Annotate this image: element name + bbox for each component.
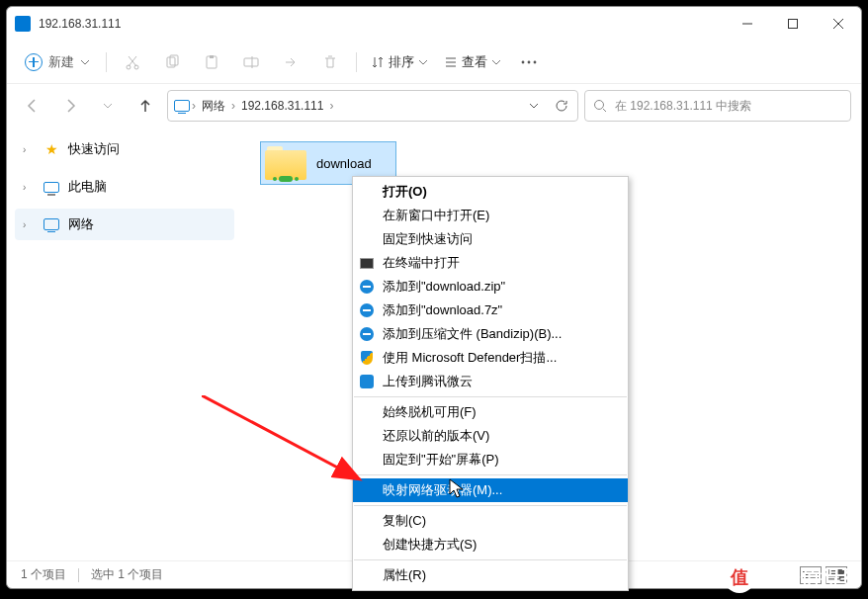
crumb-host[interactable]: 192.168.31.111: [237, 97, 327, 115]
folder-label: download: [316, 156, 372, 171]
svg-point-8: [522, 60, 525, 63]
new-button[interactable]: 新建: [17, 49, 98, 75]
refresh-button[interactable]: [548, 92, 575, 120]
ctx-copy[interactable]: 复制(C): [353, 509, 628, 533]
svg-rect-6: [210, 55, 214, 58]
minimize-button[interactable]: [725, 7, 770, 41]
sort-button[interactable]: 排序: [365, 49, 434, 75]
ctx-pin-quick[interactable]: 固定到快速访问: [353, 227, 628, 251]
app-icon: [15, 16, 31, 32]
ctx-properties[interactable]: 属性(R): [353, 563, 628, 587]
chevron-down-icon: [418, 57, 428, 67]
search-placeholder: 在 192.168.31.111 中搜索: [615, 98, 751, 115]
more-button[interactable]: [511, 46, 547, 78]
sidebar-item-quick[interactable]: ›★ 快速访问: [15, 133, 234, 165]
address-bar[interactable]: › 网络 › 192.168.31.111 ›: [167, 90, 578, 122]
ctx-map-drive[interactable]: 映射网络驱动器(M)...: [353, 478, 628, 502]
sidebar-item-network[interactable]: › 网络: [15, 209, 234, 240]
ctx-add-bandizip[interactable]: 添加到压缩文件 (Bandizip)(B)...: [353, 322, 628, 346]
watermark-text: 什么值得买: [761, 564, 860, 591]
weiyun-icon: [359, 374, 375, 389]
shield-icon: [359, 350, 375, 366]
ctx-upload-weiyun[interactable]: 上传到腾讯微云: [353, 370, 628, 393]
view-icon: [444, 55, 458, 69]
status-selected: 选中 1 个项目: [91, 566, 163, 583]
maximize-button[interactable]: [770, 7, 816, 41]
ctx-open[interactable]: 打开(O): [353, 180, 628, 204]
chevron-down-icon: [491, 57, 501, 67]
network-icon: [43, 218, 60, 230]
up-button[interactable]: [130, 90, 161, 122]
copy-button[interactable]: [154, 46, 190, 78]
network-icon: [174, 100, 190, 112]
window-title: 192.168.31.111: [39, 17, 121, 31]
tree-label: 网络: [68, 215, 94, 233]
svg-point-11: [595, 101, 604, 110]
ctx-restore[interactable]: 还原以前的版本(V): [353, 424, 628, 448]
ctx-defender-scan[interactable]: 使用 Microsoft Defender扫描...: [353, 346, 628, 370]
ctx-open-terminal[interactable]: 在终端中打开: [353, 251, 628, 275]
share-button[interactable]: [273, 46, 308, 78]
paste-button[interactable]: [194, 46, 229, 78]
bandizip-icon: [359, 326, 375, 342]
plus-icon: [25, 53, 43, 71]
tree-label: 快速访问: [68, 140, 120, 158]
search-icon: [593, 99, 607, 113]
sidebar: ›★ 快速访问 › 此电脑 › 网络: [7, 128, 242, 560]
back-button[interactable]: [17, 90, 48, 122]
svg-point-10: [534, 60, 537, 63]
ctx-open-new-window[interactable]: 在新窗口中打开(E): [353, 204, 628, 227]
svg-point-9: [528, 60, 531, 63]
delete-button[interactable]: [312, 46, 348, 78]
new-label: 新建: [48, 53, 74, 71]
view-button[interactable]: 查看: [438, 49, 507, 75]
recent-button[interactable]: [92, 90, 124, 122]
close-button[interactable]: [816, 7, 861, 41]
view-label: 查看: [462, 53, 487, 71]
ctx-shortcut[interactable]: 创建快捷方式(S): [353, 533, 628, 556]
star-icon: ★: [43, 141, 60, 157]
bandizip-icon: [359, 302, 375, 318]
ctx-add-7z[interactable]: 添加到"download.7z": [353, 299, 628, 322]
svg-rect-0: [789, 20, 798, 29]
network-folder-icon: [265, 146, 306, 180]
ctx-offline[interactable]: 始终脱机可用(F): [353, 400, 628, 424]
sidebar-item-pc[interactable]: › 此电脑: [15, 171, 234, 203]
svg-rect-7: [244, 58, 258, 66]
sort-label: 排序: [389, 53, 414, 71]
ctx-add-zip[interactable]: 添加到"download.zip": [353, 275, 628, 299]
toolbar: 新建 排序 查看: [7, 41, 861, 84]
search-input[interactable]: 在 192.168.31.111 中搜索: [584, 90, 851, 122]
forward-button[interactable]: [54, 90, 86, 122]
pc-icon: [43, 182, 60, 193]
ctx-pin-start[interactable]: 固定到"开始"屏幕(P): [353, 448, 628, 471]
tree-label: 此电脑: [68, 178, 107, 196]
watermark-badge: 值: [724, 561, 755, 593]
history-dropdown-button[interactable]: [520, 92, 548, 120]
crumb-network[interactable]: 网络: [198, 96, 229, 117]
watermark: 值 什么值得买: [724, 561, 860, 593]
context-menu: 打开(O) 在新窗口中打开(E) 固定到快速访问 在终端中打开 添加到"down…: [352, 176, 629, 591]
terminal-icon: [359, 255, 375, 271]
status-items: 1 个项目: [21, 566, 66, 583]
cut-button[interactable]: [115, 46, 150, 78]
bandizip-icon: [359, 279, 375, 295]
chevron-down-icon: [80, 57, 90, 67]
rename-button[interactable]: [233, 46, 269, 78]
address-row: › 网络 › 192.168.31.111 › 在 192.168.31.111…: [7, 84, 861, 128]
titlebar: 192.168.31.111: [7, 7, 861, 41]
sort-icon: [371, 55, 385, 69]
